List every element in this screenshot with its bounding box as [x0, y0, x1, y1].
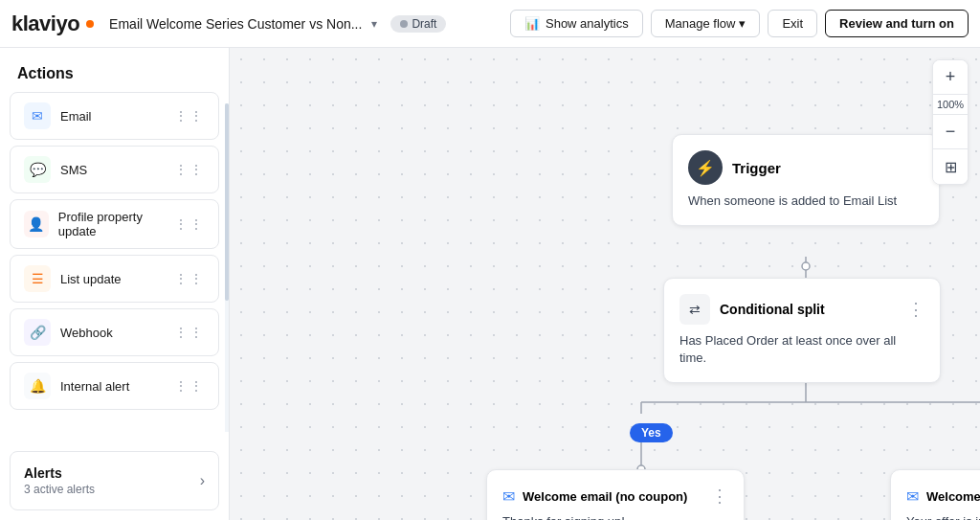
- split-icon: ⇄: [679, 294, 710, 325]
- sms-label: SMS: [60, 163, 87, 177]
- list-label: List update: [60, 272, 122, 286]
- manage-flow-button[interactable]: Manage flow ▾: [651, 10, 761, 37]
- sidebar-item-webhook[interactable]: 🔗 Webhook ⋮⋮: [10, 308, 219, 356]
- drag-handle-icon: ⋮⋮: [174, 216, 205, 232]
- webhook-icon: 🔗: [24, 319, 51, 346]
- welcome-email-right-node[interactable]: ✉ Welcome email (coupon) ⋮ Your offer is…: [890, 469, 980, 520]
- analytics-chart-icon: 📊: [524, 16, 540, 31]
- zoom-in-button[interactable]: +: [933, 60, 968, 95]
- manage-chevron-icon: ▾: [739, 16, 746, 31]
- scroll-track: [225, 103, 229, 432]
- sidebar-item-email[interactable]: ✉ Email ⋮⋮: [10, 92, 219, 140]
- trigger-icon: ⚡: [688, 150, 723, 185]
- sidebar-item-sms[interactable]: 💬 SMS ⋮⋮: [10, 146, 219, 193]
- welcome-left-title: Welcome email (no coupon): [523, 489, 687, 504]
- sidebar-section-title: Actions: [0, 48, 229, 92]
- alerts-chevron-icon: ›: [200, 472, 205, 489]
- draft-badge: Draft: [390, 15, 446, 33]
- logo: klaviyo: [11, 11, 94, 36]
- webhook-label: Webhook: [60, 326, 113, 340]
- review-button[interactable]: Review and turn on: [825, 10, 969, 37]
- grid-icon: ⊞: [945, 158, 957, 176]
- logo-text: klaviyo: [11, 11, 79, 36]
- flow-title: Email Welcome Series Customer vs Non...: [109, 16, 362, 32]
- sidebar-item-profile[interactable]: 👤 Profile property update ⋮⋮: [10, 199, 219, 249]
- split-node[interactable]: ⇄ Conditional split ⋮ Has Placed Order a…: [663, 278, 941, 383]
- zoom-fit-button[interactable]: ⊞: [933, 149, 968, 184]
- show-analytics-button[interactable]: 📊 Show analytics: [510, 10, 643, 37]
- split-title: Conditional split: [720, 302, 825, 317]
- profile-icon: 👤: [24, 211, 49, 237]
- welcome-left-description: Thanks for signing up!: [502, 514, 728, 520]
- draft-label: Draft: [412, 17, 436, 31]
- drag-handle-icon: ⋮⋮: [174, 378, 205, 394]
- sidebar-item-alert[interactable]: 🔔 Internal alert ⋮⋮: [10, 362, 219, 410]
- main-layout: Actions ✉ Email ⋮⋮ 💬 SMS ⋮⋮ 👤 Profile pr…: [0, 48, 980, 520]
- canvas: ⚡ Trigger When someone is added to Email…: [230, 48, 980, 520]
- welcome-email-left-node[interactable]: ✉ Welcome email (no coupon) ⋮ Thanks for…: [486, 469, 745, 520]
- logo-dot: [86, 20, 94, 28]
- svg-point-7: [802, 262, 810, 270]
- zoom-percent: 100%: [933, 95, 968, 115]
- alerts-panel[interactable]: Alerts 3 active alerts ›: [10, 451, 219, 510]
- drag-handle-icon: ⋮⋮: [174, 325, 205, 340]
- sidebar: Actions ✉ Email ⋮⋮ 💬 SMS ⋮⋮ 👤 Profile pr…: [0, 48, 230, 520]
- title-chevron-icon[interactable]: ▾: [371, 17, 377, 31]
- header: klaviyo Email Welcome Series Customer vs…: [0, 0, 980, 48]
- sidebar-item-list[interactable]: ☰ List update ⋮⋮: [10, 255, 219, 303]
- alerts-title: Alerts: [24, 465, 95, 481]
- split-description: Has Placed Order at least once over all …: [679, 332, 924, 367]
- drag-handle-icon: ⋮⋮: [174, 271, 205, 286]
- trigger-node[interactable]: ⚡ Trigger When someone is added to Email…: [672, 134, 940, 226]
- profile-label: Profile property update: [58, 210, 174, 238]
- welcome-right-title: Welcome email (coupon): [926, 489, 980, 504]
- welcome-left-email-icon: ✉: [502, 487, 515, 506]
- email-label: Email: [60, 109, 92, 124]
- draft-circle-icon: [400, 20, 408, 28]
- zoom-out-button[interactable]: −: [933, 115, 968, 149]
- alerts-subtitle: 3 active alerts: [24, 483, 95, 496]
- welcome-left-menu-icon[interactable]: ⋮: [711, 486, 728, 507]
- welcome-right-description: Your offer is inside!: [906, 514, 980, 520]
- trigger-description: When someone is added to Email List: [688, 192, 924, 210]
- list-icon: ☰: [24, 265, 51, 292]
- alert-icon: 🔔: [24, 373, 51, 399]
- email-icon: ✉: [24, 102, 51, 129]
- yes-badge: Yes: [630, 423, 673, 442]
- split-menu-icon[interactable]: ⋮: [907, 299, 924, 320]
- drag-handle-icon: ⋮⋮: [174, 162, 205, 177]
- scroll-thumb[interactable]: [225, 103, 229, 301]
- sms-icon: 💬: [24, 156, 51, 183]
- zoom-controls: + 100% − ⊞: [932, 59, 969, 185]
- exit-button[interactable]: Exit: [768, 10, 817, 37]
- trigger-title: Trigger: [732, 160, 781, 176]
- alert-label: Internal alert: [60, 379, 129, 394]
- drag-handle-icon: ⋮⋮: [174, 108, 205, 124]
- welcome-right-email-icon: ✉: [906, 487, 919, 506]
